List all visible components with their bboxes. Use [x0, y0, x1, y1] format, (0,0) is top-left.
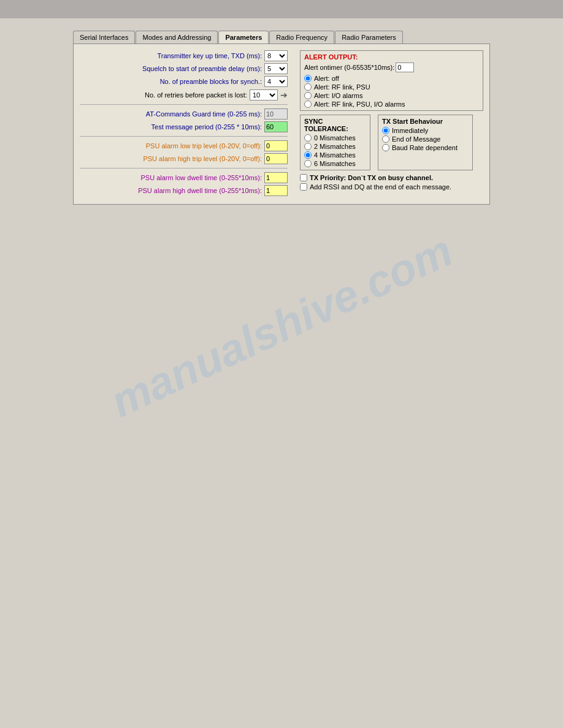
tx-radio-group: Immediately End of Message Baud Rate dep… — [382, 127, 469, 151]
tx-immediately-label: Immediately — [392, 127, 428, 134]
tab-radio-params[interactable]: Radio Parameters — [335, 31, 403, 44]
psu-high-dwell-label: PSU alarm high dwell time (0-255*10ms): — [138, 187, 262, 194]
sync-0-radio[interactable] — [304, 134, 312, 142]
alert-output-section: ALERT OUTPUT: Alert ontimer (0-65535*10m… — [300, 50, 483, 111]
sync-2-label: 2 Mismatches — [314, 143, 356, 150]
test-message-input[interactable]: 60 — [264, 121, 288, 132]
tx-end-msg-radio[interactable] — [382, 135, 389, 143]
txd-label: Transmitter key up time, TXD (ms): — [157, 52, 262, 59]
txd-select[interactable]: 8416 — [264, 50, 288, 61]
sync-4-radio[interactable] — [304, 151, 312, 159]
alert-timer-input[interactable]: 0 — [396, 63, 414, 72]
tx-end-msg-row: End of Message — [382, 135, 469, 143]
squelch-select[interactable]: 5310 — [264, 63, 288, 74]
tx-baud-row: Baud Rate dependent — [382, 144, 469, 151]
sync-2-row: 2 Mismatches — [304, 143, 366, 150]
tab-bar: Serial Interfaces Modes and Addressing P… — [73, 31, 490, 44]
at-commands-label: AT-Commands Guard time (0-255 ms): — [146, 110, 262, 118]
alert-io-label: Alert: I/O alarms — [314, 92, 362, 99]
preamble-label: No. of preamble blocks for synch.: — [160, 78, 262, 85]
add-rssi-row: Add RSSI and DQ at the end of each messa… — [300, 183, 483, 191]
sync-0-row: 0 Mismatches — [304, 134, 366, 142]
tx-title: TX Start Behaviour — [382, 118, 469, 125]
squelch-row: Squelch to start of preamble delay (ms):… — [80, 63, 288, 74]
psu-low-trip-input[interactable]: 0 — [264, 140, 288, 151]
watermark: manualshive.com — [103, 225, 460, 427]
tab-serial[interactable]: Serial Interfaces — [73, 31, 135, 44]
alert-rf-psu-radio[interactable] — [304, 83, 312, 91]
left-section: Transmitter key up time, TXD (ms): 8416 … — [80, 50, 288, 198]
sync-radio-group: 0 Mismatches 2 Mismatches 4 Mismatches — [304, 134, 366, 167]
psu-high-trip-row: PSU alarm high trip level (0-20V, 0=off)… — [80, 153, 288, 164]
psu-high-trip-label: PSU alarm high trip level (0-20V, 0=off)… — [143, 155, 262, 162]
alert-title: ALERT OUTPUT: — [304, 53, 479, 61]
psu-high-trip-input[interactable]: 0 — [264, 153, 288, 164]
psu-high-dwell-row: PSU alarm high dwell time (0-255*10ms): … — [80, 185, 288, 196]
main-panel: Transmitter key up time, TXD (ms): 8416 … — [73, 44, 490, 205]
tx-priority-row: TX Priority: Don`t TX on busy channel. — [300, 174, 483, 181]
sync-6-row: 6 Mismatches — [304, 160, 366, 167]
sync-6-label: 6 Mismatches — [314, 160, 356, 167]
test-message-row: Test message period (0-255 * 10ms): 60 — [80, 121, 288, 132]
psu-high-dwell-input[interactable]: 1 — [264, 185, 288, 196]
bottom-checks: TX Priority: Don`t TX on busy channel. A… — [300, 174, 483, 191]
squelch-label: Squelch to start of preamble delay (ms): — [142, 65, 262, 72]
tx-baud-label: Baud Rate dependent — [392, 144, 458, 151]
alert-radio-group: Alert: off Alert: RF link, PSU Alert: I/… — [304, 75, 479, 108]
preamble-select[interactable]: 428 — [264, 76, 288, 87]
alert-off-row: Alert: off — [304, 75, 479, 82]
top-bar — [0, 0, 563, 18]
alert-off-radio[interactable] — [304, 75, 312, 82]
alert-off-label: Alert: off — [314, 75, 339, 82]
sync-4-row: 4 Mismatches — [304, 151, 366, 159]
psu-low-trip-label: PSU alarm low trip level (0-20V, 0=off): — [146, 142, 262, 150]
alert-rf-psu-row: Alert: RF link, PSU — [304, 83, 479, 91]
alert-timer-label: Alert ontimer (0-65535*10ms): — [304, 64, 394, 71]
test-message-label: Test message period (0-255 * 10ms): — [151, 123, 262, 131]
tx-immediately-row: Immediately — [382, 127, 469, 134]
alert-all-label: Alert: RF link, PSU, I/O alarms — [314, 100, 405, 108]
arrow-icon: ➔ — [280, 90, 288, 100]
alert-rf-psu-label: Alert: RF link, PSU — [314, 83, 370, 91]
tx-immediately-radio[interactable] — [382, 127, 389, 134]
sync-0-label: 0 Mismatches — [314, 134, 356, 142]
tx-end-msg-label: End of Message — [392, 135, 441, 143]
tx-priority-label: TX Priority: Don`t TX on busy channel. — [310, 174, 433, 181]
at-commands-row: AT-Commands Guard time (0-255 ms): 10 — [80, 108, 288, 119]
txd-row: Transmitter key up time, TXD (ms): 8416 — [80, 50, 288, 61]
alert-io-radio[interactable] — [304, 92, 312, 99]
add-rssi-label: Add RSSI and DQ at the end of each messa… — [310, 183, 451, 191]
alert-all-radio[interactable] — [304, 100, 312, 108]
tx-priority-checkbox[interactable] — [300, 174, 307, 181]
sync-section: SYNC TOLERANCE: 0 Mismatches 2 Mismatche… — [300, 115, 370, 170]
add-rssi-checkbox[interactable] — [300, 183, 307, 191]
tab-modes[interactable]: Modes and Addressing — [136, 31, 218, 44]
psu-low-trip-row: PSU alarm low trip level (0-20V, 0=off):… — [80, 140, 288, 151]
alert-io-row: Alert: I/O alarms — [304, 92, 479, 99]
right-section: ALERT OUTPUT: Alert ontimer (0-65535*10m… — [300, 50, 483, 198]
alert-timer-row: Alert ontimer (0-65535*10ms): 0 — [304, 63, 479, 72]
tx-baud-radio[interactable] — [382, 144, 389, 151]
retries-select[interactable]: 10520 — [250, 89, 278, 100]
sync-4-label: 4 Mismatches — [314, 151, 356, 159]
alert-all-row: Alert: RF link, PSU, I/O alarms — [304, 100, 479, 108]
psu-low-dwell-label: PSU alarm low dwell time (0-255*10ms): — [140, 174, 261, 181]
sync-6-radio[interactable] — [304, 160, 312, 167]
retries-row: No. of retries before packet is lost: 10… — [80, 89, 288, 100]
retries-label: No. of retries before packet is lost: — [145, 91, 247, 99]
sync-title: SYNC TOLERANCE: — [304, 118, 366, 132]
at-commands-input[interactable]: 10 — [264, 108, 288, 119]
sync-tx-container: SYNC TOLERANCE: 0 Mismatches 2 Mismatche… — [300, 115, 483, 170]
sync-2-radio[interactable] — [304, 143, 312, 150]
tab-parameters[interactable]: Parameters — [218, 31, 269, 44]
psu-low-dwell-row: PSU alarm low dwell time (0-255*10ms): 1 — [80, 172, 288, 183]
tx-section: TX Start Behaviour Immediately End of Me… — [378, 115, 473, 170]
tab-radio-freq[interactable]: Radio Frequency — [269, 31, 334, 44]
psu-low-dwell-input[interactable]: 1 — [264, 172, 288, 183]
preamble-row: No. of preamble blocks for synch.: 428 — [80, 76, 288, 87]
